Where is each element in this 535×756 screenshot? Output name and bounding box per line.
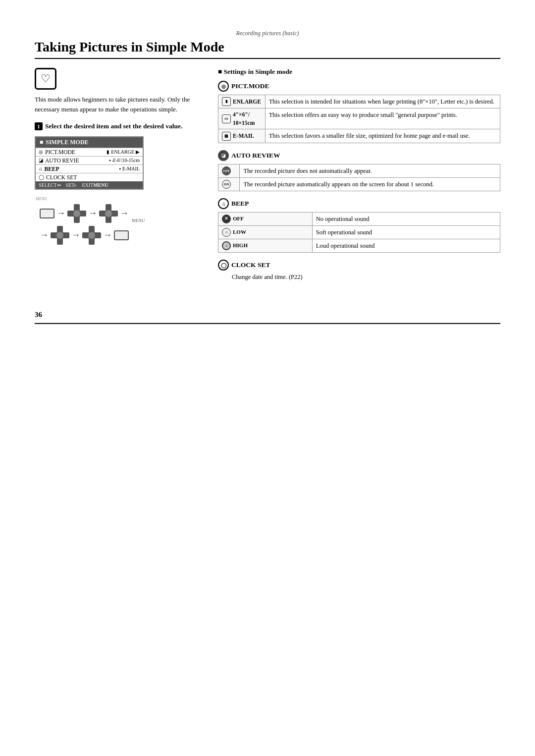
btn-rect-1 xyxy=(40,209,54,218)
simple-mode-label: SIMPLE MODE xyxy=(46,139,88,146)
btn-dpad-4 xyxy=(82,226,101,245)
beep-high-label: HIGH xyxy=(233,242,248,250)
auto-on-desc: The recorded picture automatically appea… xyxy=(240,177,500,191)
pict-arrow: ▶ xyxy=(136,149,140,155)
nav-menu-label-1: MENU xyxy=(132,218,145,223)
menu-title-bar: ■ SIMPLE MODE xyxy=(36,137,143,148)
table-row: ▮ ENLARGE This selection is intended for… xyxy=(218,95,500,108)
btn-dpad-3 xyxy=(51,226,69,245)
beep-section: ♫ BEEP xyxy=(218,198,500,209)
dpad-center-1 xyxy=(73,210,80,217)
clock-label: CLOCK SET xyxy=(46,174,77,180)
auto-value: 4'-6'/10-15cm xyxy=(112,158,140,163)
pict-icon: ◎ xyxy=(39,149,43,155)
beep-high-cell: ♫ HIGH xyxy=(218,239,313,253)
menu-item-auto: ◪ AUTO REVIE ▪ 4'-6'/10-15cm xyxy=(36,156,143,164)
pict-email-cell: ▩ E-MAIL xyxy=(218,129,266,143)
auto-review-label: AUTO REVIEW xyxy=(231,152,280,160)
auto-review-section: ◪ AUTO REVIEW xyxy=(218,150,500,161)
beep-low-cell: ♫ LOW xyxy=(218,225,313,239)
email-icon: ▩ xyxy=(222,132,231,141)
arrow-4: → xyxy=(40,230,49,240)
auto-off-desc: The recorded picture does not automatica… xyxy=(240,164,500,177)
pict-mode-section: ◎ PICT.MODE xyxy=(218,81,500,92)
table-row: ▩ E-MAIL This selection favors a smaller… xyxy=(218,129,500,143)
arrow-3: → xyxy=(120,208,129,218)
table-row: ▭ 4″×6″/10×15cm This selection offers an… xyxy=(218,108,500,129)
btn-dpad-2 xyxy=(99,204,118,223)
step-label: Select the desired item and set the desi… xyxy=(35,122,203,131)
pict-value: ENLARGE xyxy=(111,149,134,155)
auto-on-icon: ON xyxy=(222,180,231,189)
footer-exit: EXITMENU xyxy=(82,182,108,188)
nav-row-2: → → → xyxy=(40,226,203,245)
beep-low-desc: Soft operational sound xyxy=(312,225,500,239)
table-row: ✕ OFF No operational sound xyxy=(218,212,500,225)
pict-email-desc: This selection favors a smaller file siz… xyxy=(265,129,500,143)
btn-dpad-1 xyxy=(67,204,86,223)
beep-off-label: OFF xyxy=(233,215,244,223)
auto-icon: ◪ xyxy=(39,158,43,163)
pict-icon-small: ▮ xyxy=(107,149,109,155)
beep-label: BEEP xyxy=(45,166,59,172)
beep-icon-small: ▪ xyxy=(119,166,121,171)
email-label: E-MAIL xyxy=(233,132,254,140)
table-row: OFF The recorded picture does not automa… xyxy=(218,164,500,177)
arrow-5: → xyxy=(71,230,80,240)
beep-table: ✕ OFF No operational sound ♫ LOW Soft op… xyxy=(218,212,500,253)
arrow-2: → xyxy=(88,208,97,218)
enlarge-icon: ▮ xyxy=(222,97,231,106)
beep-value: E-MAIL xyxy=(122,166,140,171)
table-row: ♫ HIGH Loud operational sound xyxy=(218,239,500,253)
nav-row-1: → → → MENU xyxy=(40,204,203,223)
pict-4x6-desc: This selection offers an easy way to pro… xyxy=(265,108,500,129)
left-column: ♡ This mode allows beginners to take pic… xyxy=(35,68,203,281)
settings-header: Settings in Simple mode xyxy=(218,68,500,76)
beep-section-icon: ♫ xyxy=(218,198,229,209)
dpad-center-2 xyxy=(105,210,112,217)
pict-enlarge-desc: This selection is intended for situation… xyxy=(265,95,500,108)
table-row: ♫ LOW Soft operational sound xyxy=(218,225,500,239)
beep-low-label: LOW xyxy=(233,228,246,236)
pict-mode-label: PICT.MODE xyxy=(231,82,269,90)
beep-low-icon: ♫ xyxy=(222,228,231,237)
auto-on-cell: ON xyxy=(218,177,240,191)
footer-select: SELECT⇔ xyxy=(39,182,61,188)
clock-icon: ◯ xyxy=(39,174,44,180)
pict-mode-table: ▮ ENLARGE This selection is intended for… xyxy=(218,95,500,143)
dpad-center-3 xyxy=(56,232,63,239)
auto-off-icon: OFF xyxy=(222,166,231,175)
arrow-6: → xyxy=(103,230,112,240)
simple-mode-title: ■ xyxy=(40,139,43,146)
dpad-center-4 xyxy=(88,232,95,239)
btn-rect-2 xyxy=(114,230,129,240)
pict-enlarge-cell: ▮ ENLARGE xyxy=(218,95,266,108)
enlarge-label: ENLARGE xyxy=(233,98,261,106)
beep-off-cell: ✕ OFF xyxy=(218,212,313,225)
beep-off-desc: No operational sound xyxy=(312,212,500,225)
simple-mode-menu: ■ SIMPLE MODE ◎ PICT.MODE ▮ ENLARGE ▶ ◪ … xyxy=(35,136,144,190)
bottom-rule xyxy=(35,323,500,324)
heart-icon: ♡ xyxy=(41,72,51,85)
pict-4x6-cell: ▭ 4″×6″/10×15cm xyxy=(218,108,266,129)
auto-label: AUTO REVIE xyxy=(45,158,79,163)
menu-footer: SELECT⇔ SET▹ EXITMENU xyxy=(36,181,143,189)
simple-mode-icon: ♡ xyxy=(35,68,56,90)
clock-set-desc: Change date and time. (P22) xyxy=(232,273,500,281)
page-title: Taking Pictures in Simple Mode xyxy=(35,39,500,59)
beep-icon: ♫ xyxy=(39,166,43,171)
beep-section-label: BEEP xyxy=(231,200,249,208)
auto-review-table: OFF The recorded picture does not automa… xyxy=(218,164,500,191)
beep-off-icon: ✕ xyxy=(222,215,231,223)
menu-label: MENU xyxy=(36,197,203,201)
nav-diagram: → → → MENU → xyxy=(40,204,203,245)
clock-set-section: ◯ CLOCK SET xyxy=(218,260,500,270)
menu-item-pict: ◎ PICT.MODE ▮ ENLARGE ▶ xyxy=(36,148,143,156)
arrow-1: → xyxy=(56,208,65,218)
beep-high-icon: ♫ xyxy=(222,241,231,250)
pict-label: PICT.MODE xyxy=(45,149,75,155)
auto-review-icon: ◪ xyxy=(218,150,229,161)
4x6-label: 4″×6″/10×15cm xyxy=(233,110,255,127)
4x6-icon: ▭ xyxy=(222,114,231,123)
menu-item-clock: ◯ CLOCK SET xyxy=(36,173,143,181)
